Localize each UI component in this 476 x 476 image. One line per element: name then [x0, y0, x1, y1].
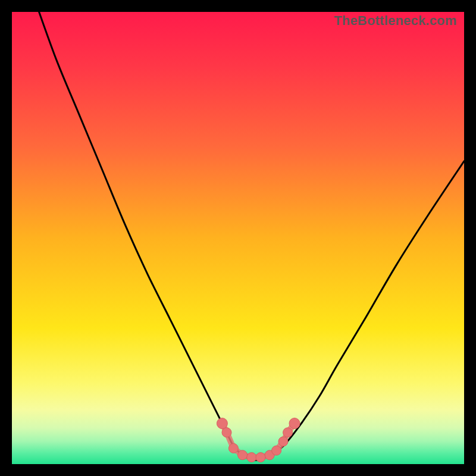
- bottleneck-curve: [39, 12, 464, 460]
- marker-point: [228, 443, 238, 453]
- chart-frame: TheBottleneck.com: [0, 0, 476, 476]
- marker-point: [222, 428, 231, 437]
- plot-area: TheBottleneck.com: [12, 12, 464, 464]
- marker-point: [238, 450, 248, 460]
- marker-point: [247, 453, 256, 462]
- watermark-label: TheBottleneck.com: [334, 13, 457, 29]
- marker-point: [256, 453, 265, 462]
- curve-layer: [12, 12, 464, 464]
- marker-point: [289, 418, 300, 429]
- marker-point: [283, 428, 293, 437]
- marker-point: [278, 437, 288, 446]
- marker-point: [217, 418, 227, 429]
- marker-point: [272, 446, 281, 455]
